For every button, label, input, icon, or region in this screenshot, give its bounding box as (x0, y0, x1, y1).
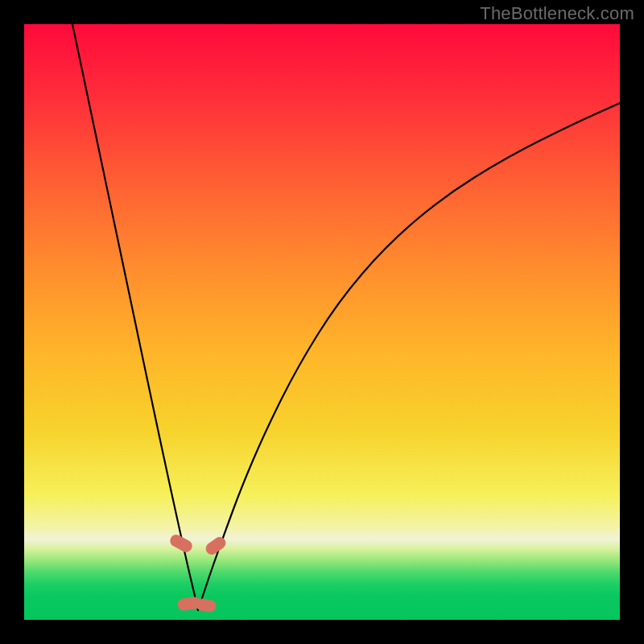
curve-right-branch (198, 103, 620, 610)
data-marker-1 (204, 535, 227, 556)
watermark-text: TheBottleneck.com (480, 3, 634, 24)
curve-layer (24, 24, 620, 620)
plot-area (24, 24, 620, 620)
chart-frame: TheBottleneck.com (0, 0, 644, 644)
curve-left-branch (72, 24, 198, 610)
data-markers (168, 533, 227, 613)
